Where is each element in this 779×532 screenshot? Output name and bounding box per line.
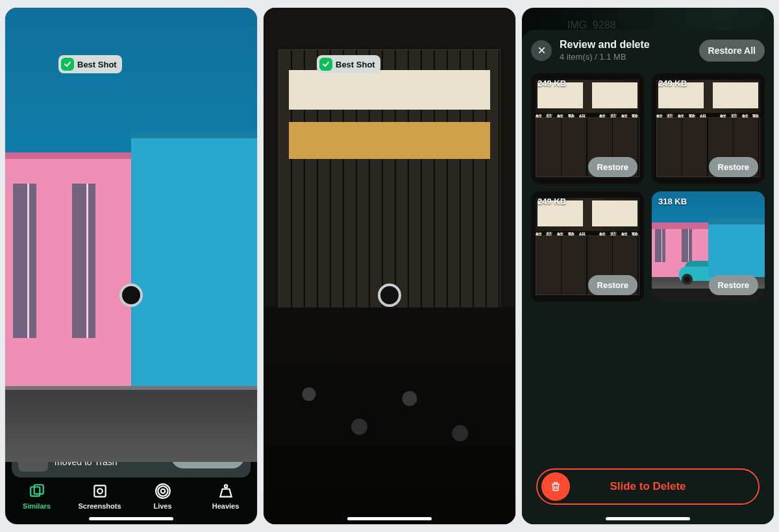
best-shot-badge: Best Shot [58, 55, 122, 73]
review-item[interactable]: 鮮 茹 鮮 雞 鍋 鮮 茹 鮮 雞 鍋 249 KB Restore [531, 73, 644, 184]
home-indicator[interactable] [347, 517, 432, 520]
review-sheet: Review and delete 4 item(s) / 1.1 MB Res… [522, 30, 774, 524]
checkmark-icon [61, 58, 74, 71]
slide-label: Slide to Delete [538, 480, 758, 493]
phone-similars-two-selected: IMG_9288 June 21, 2024 • 8:47 PM [264, 8, 515, 524]
phone-review-delete: IMG_9288 Review and delete 4 item(s) / 1… [522, 8, 774, 524]
restore-button[interactable]: Restore [709, 275, 758, 295]
best-shot-badge: Best Shot [317, 55, 380, 73]
item-size: 249 KB [538, 197, 566, 206]
trash-status-bar: 1 items / 318 KB moved to Trash Empty Tr… [12, 436, 251, 478]
sheet-subtitle: 4 item(s) / 1.1 MB [560, 52, 650, 62]
item-size: 249 KB [538, 79, 566, 88]
review-item[interactable]: 鮮 茹 鮮 雞 鍋 鮮 茹 鮮 雞 鍋 249 KB Restore [652, 73, 765, 184]
selection-toggle[interactable] [119, 284, 143, 307]
phone-similars-empty-selection: IMG_9724 June 21, 2024 • 8:50 PM Best Sh… [5, 8, 257, 524]
trash-thumbnail [277, 442, 306, 472]
trash-thumbnail [18, 442, 48, 472]
home-indicator[interactable] [89, 517, 173, 520]
review-item[interactable]: 318 KB Restore [652, 191, 765, 302]
selection-toggle[interactable] [378, 284, 401, 307]
item-size: 249 KB [658, 79, 687, 88]
home-indicator[interactable] [606, 517, 690, 520]
review-grid: 鮮 茹 鮮 雞 鍋 鮮 茹 鮮 雞 鍋 249 KB Restore 鮮 茹 鮮… [531, 73, 765, 302]
trash-status-bar: 4 items / 1.1 MB moved to Trash Empty Tr… [270, 436, 509, 478]
item-size: 318 KB [658, 197, 687, 206]
checkmark-icon [319, 58, 332, 71]
restore-button[interactable]: Restore [709, 157, 758, 177]
sheet-header: Review and delete 4 item(s) / 1.1 MB Res… [531, 39, 765, 62]
restore-button[interactable]: Restore [588, 275, 637, 295]
review-item[interactable]: 鮮 茹 鮮 雞 鍋 鮮 茹 鮮 雞 鍋 249 KB Restore [531, 191, 644, 302]
sheet-title: Review and delete [560, 39, 650, 51]
restore-all-button[interactable]: Restore All [699, 40, 765, 62]
close-icon [538, 46, 546, 54]
slide-to-delete[interactable]: Slide to Delete [536, 468, 760, 505]
restore-button[interactable]: Restore [588, 157, 637, 177]
close-button[interactable] [531, 40, 552, 61]
